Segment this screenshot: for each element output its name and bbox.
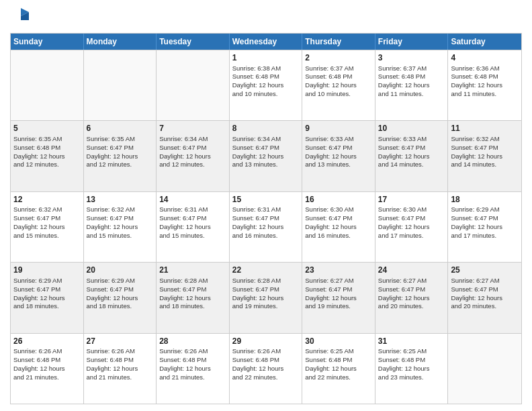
day-number: 1 xyxy=(232,52,300,64)
day-info: Sunrise: 6:32 AM Sunset: 6:47 PM Dayligh… xyxy=(451,135,519,169)
cal-cell: 30Sunrise: 6:25 AM Sunset: 6:48 PM Dayli… xyxy=(302,334,375,404)
day-number: 10 xyxy=(378,123,445,134)
day-number: 4 xyxy=(451,52,519,64)
cal-cell: 31Sunrise: 6:25 AM Sunset: 6:48 PM Dayli… xyxy=(375,334,449,404)
day-info: Sunrise: 6:29 AM Sunset: 6:47 PM Dayligh… xyxy=(451,205,519,240)
cal-cell: 29Sunrise: 6:26 AM Sunset: 6:48 PM Dayli… xyxy=(230,334,303,404)
day-number: 13 xyxy=(87,194,154,205)
day-info: Sunrise: 6:28 AM Sunset: 6:47 PM Dayligh… xyxy=(159,277,226,311)
cal-cell: 20Sunrise: 6:29 AM Sunset: 6:47 PM Dayli… xyxy=(84,263,157,332)
day-number: 6 xyxy=(87,123,154,134)
day-number: 8 xyxy=(232,123,300,134)
day-number: 16 xyxy=(305,194,372,205)
day-header-friday: Friday xyxy=(375,34,449,50)
day-number: 18 xyxy=(451,194,519,205)
day-info: Sunrise: 6:28 AM Sunset: 6:47 PM Dayligh… xyxy=(232,277,300,311)
cal-cell: 14Sunrise: 6:31 AM Sunset: 6:47 PM Dayli… xyxy=(157,192,230,262)
day-number: 12 xyxy=(13,194,81,205)
cal-cell: 3Sunrise: 6:37 AM Sunset: 6:48 PM Daylig… xyxy=(375,50,449,120)
cal-cell: 7Sunrise: 6:34 AM Sunset: 6:47 PM Daylig… xyxy=(157,121,230,191)
week-row-5: 26Sunrise: 6:26 AM Sunset: 6:48 PM Dayli… xyxy=(11,333,521,404)
day-header-wednesday: Wednesday xyxy=(230,34,303,50)
day-number: 15 xyxy=(232,194,300,205)
day-number: 21 xyxy=(159,265,226,276)
day-number: 29 xyxy=(232,336,300,347)
day-info: Sunrise: 6:35 AM Sunset: 6:48 PM Dayligh… xyxy=(13,135,81,169)
day-number: 31 xyxy=(378,336,445,347)
day-number: 23 xyxy=(305,265,372,276)
day-number: 2 xyxy=(305,52,372,64)
day-info: Sunrise: 6:27 AM Sunset: 6:47 PM Dayligh… xyxy=(451,277,519,311)
day-info: Sunrise: 6:29 AM Sunset: 6:47 PM Dayligh… xyxy=(87,277,154,311)
day-info: Sunrise: 6:36 AM Sunset: 6:48 PM Dayligh… xyxy=(451,64,519,99)
calendar: SundayMondayTuesdayWednesdayThursdayFrid… xyxy=(10,33,522,404)
cal-cell: 19Sunrise: 6:29 AM Sunset: 6:47 PM Dayli… xyxy=(11,263,84,332)
day-info: Sunrise: 6:25 AM Sunset: 6:48 PM Dayligh… xyxy=(305,347,372,381)
day-info: Sunrise: 6:30 AM Sunset: 6:47 PM Dayligh… xyxy=(305,205,372,240)
cal-cell xyxy=(157,50,230,120)
day-number: 3 xyxy=(378,52,445,64)
day-number: 26 xyxy=(13,336,81,347)
cal-cell: 2Sunrise: 6:37 AM Sunset: 6:48 PM Daylig… xyxy=(302,50,375,120)
cal-cell xyxy=(448,334,521,404)
cal-cell: 13Sunrise: 6:32 AM Sunset: 6:47 PM Dayli… xyxy=(84,192,157,262)
week-row-3: 12Sunrise: 6:32 AM Sunset: 6:47 PM Dayli… xyxy=(11,191,521,262)
day-info: Sunrise: 6:31 AM Sunset: 6:47 PM Dayligh… xyxy=(159,205,226,240)
cal-cell: 27Sunrise: 6:26 AM Sunset: 6:48 PM Dayli… xyxy=(84,334,157,404)
day-info: Sunrise: 6:26 AM Sunset: 6:48 PM Dayligh… xyxy=(13,347,81,381)
day-number: 17 xyxy=(378,194,445,205)
day-info: Sunrise: 6:34 AM Sunset: 6:47 PM Dayligh… xyxy=(232,135,300,169)
calendar-body: 1Sunrise: 6:38 AM Sunset: 6:48 PM Daylig… xyxy=(11,50,521,404)
day-info: Sunrise: 6:26 AM Sunset: 6:48 PM Dayligh… xyxy=(232,347,300,381)
day-number: 24 xyxy=(378,265,445,276)
week-row-1: 1Sunrise: 6:38 AM Sunset: 6:48 PM Daylig… xyxy=(11,50,521,120)
day-number: 14 xyxy=(159,194,226,205)
day-info: Sunrise: 6:32 AM Sunset: 6:47 PM Dayligh… xyxy=(13,205,81,240)
day-info: Sunrise: 6:37 AM Sunset: 6:48 PM Dayligh… xyxy=(305,64,372,99)
day-number: 20 xyxy=(87,265,154,276)
week-row-4: 19Sunrise: 6:29 AM Sunset: 6:47 PM Dayli… xyxy=(11,262,521,332)
day-number: 7 xyxy=(159,123,226,134)
page: SundayMondayTuesdayWednesdayThursdayFrid… xyxy=(0,0,532,411)
day-info: Sunrise: 6:27 AM Sunset: 6:47 PM Dayligh… xyxy=(305,277,372,311)
day-info: Sunrise: 6:33 AM Sunset: 6:47 PM Dayligh… xyxy=(305,135,372,169)
day-header-thursday: Thursday xyxy=(302,34,375,50)
cal-cell: 26Sunrise: 6:26 AM Sunset: 6:48 PM Dayli… xyxy=(11,334,84,404)
day-info: Sunrise: 6:30 AM Sunset: 6:47 PM Dayligh… xyxy=(378,205,445,240)
cal-cell: 12Sunrise: 6:32 AM Sunset: 6:47 PM Dayli… xyxy=(11,192,84,262)
day-number: 11 xyxy=(451,123,519,134)
cal-cell: 6Sunrise: 6:35 AM Sunset: 6:47 PM Daylig… xyxy=(84,121,157,191)
day-info: Sunrise: 6:35 AM Sunset: 6:47 PM Dayligh… xyxy=(87,135,154,169)
day-header-sunday: Sunday xyxy=(11,34,84,50)
day-number: 30 xyxy=(305,336,372,347)
day-info: Sunrise: 6:34 AM Sunset: 6:47 PM Dayligh… xyxy=(159,135,226,169)
day-info: Sunrise: 6:25 AM Sunset: 6:48 PM Dayligh… xyxy=(378,347,445,381)
cal-cell: 28Sunrise: 6:26 AM Sunset: 6:48 PM Dayli… xyxy=(157,334,230,404)
day-number: 9 xyxy=(305,123,372,134)
day-info: Sunrise: 6:27 AM Sunset: 6:47 PM Dayligh… xyxy=(378,277,445,311)
day-number: 19 xyxy=(13,265,81,276)
cal-cell: 4Sunrise: 6:36 AM Sunset: 6:48 PM Daylig… xyxy=(448,50,521,120)
cal-cell: 9Sunrise: 6:33 AM Sunset: 6:47 PM Daylig… xyxy=(302,121,375,191)
day-header-tuesday: Tuesday xyxy=(157,34,230,50)
day-info: Sunrise: 6:33 AM Sunset: 6:47 PM Dayligh… xyxy=(378,135,445,169)
day-info: Sunrise: 6:26 AM Sunset: 6:48 PM Dayligh… xyxy=(87,347,154,381)
day-number: 28 xyxy=(159,336,226,347)
cal-cell: 18Sunrise: 6:29 AM Sunset: 6:47 PM Dayli… xyxy=(448,192,521,262)
cal-cell: 1Sunrise: 6:38 AM Sunset: 6:48 PM Daylig… xyxy=(230,50,303,120)
day-info: Sunrise: 6:38 AM Sunset: 6:48 PM Dayligh… xyxy=(232,64,300,99)
cal-cell xyxy=(11,50,84,120)
cal-cell: 22Sunrise: 6:28 AM Sunset: 6:47 PM Dayli… xyxy=(230,263,303,332)
cal-cell: 15Sunrise: 6:31 AM Sunset: 6:47 PM Dayli… xyxy=(230,192,303,262)
day-number: 27 xyxy=(87,336,154,347)
cal-cell xyxy=(84,50,157,120)
page-header xyxy=(10,7,522,29)
cal-cell: 23Sunrise: 6:27 AM Sunset: 6:47 PM Dayli… xyxy=(302,263,375,332)
day-number: 22 xyxy=(232,265,300,276)
week-row-2: 5Sunrise: 6:35 AM Sunset: 6:48 PM Daylig… xyxy=(11,120,521,191)
day-number: 5 xyxy=(13,123,81,134)
cal-cell: 16Sunrise: 6:30 AM Sunset: 6:47 PM Dayli… xyxy=(302,192,375,262)
day-header-saturday: Saturday xyxy=(448,34,521,50)
cal-cell: 25Sunrise: 6:27 AM Sunset: 6:47 PM Dayli… xyxy=(448,263,521,332)
day-number: 25 xyxy=(451,265,519,276)
